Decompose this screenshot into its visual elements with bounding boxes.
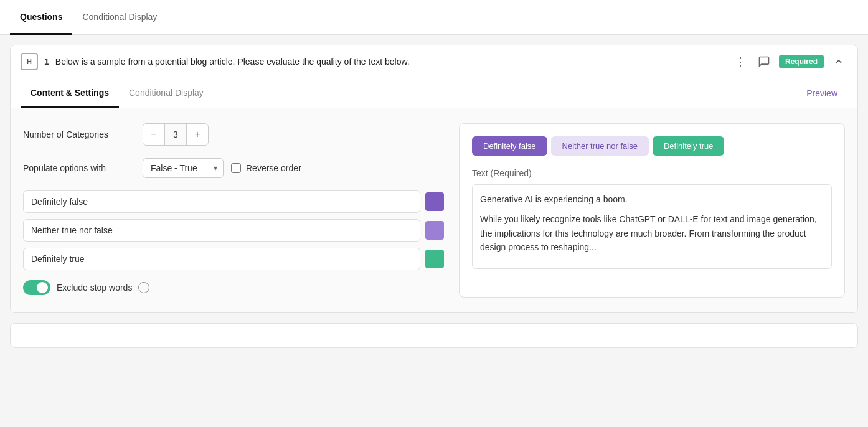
exclude-stop-words-toggle[interactable] — [23, 280, 50, 295]
categories-value: 3 — [164, 124, 187, 145]
question-number: 1 — [44, 57, 49, 67]
color-swatch-2[interactable] — [425, 221, 444, 240]
preview-link[interactable]: Preview — [796, 78, 847, 108]
reverse-order-checkbox-wrap[interactable]: Reverse order — [231, 163, 301, 173]
content-area: Number of Categories − 3 + Populate opti… — [11, 108, 857, 312]
tab-questions[interactable]: Questions — [10, 0, 72, 35]
question-text: Below is a sample from a potential blog … — [55, 57, 725, 67]
option-input-2[interactable] — [23, 219, 420, 242]
populate-options-row: Populate options with False - True True … — [23, 158, 444, 178]
populate-options-select-wrap: False - True True - False Custom ▾ — [143, 158, 224, 178]
inner-tabs-left: Content & Settings Conditional Display — [21, 78, 214, 108]
reverse-order-label: Reverse order — [246, 163, 301, 173]
color-swatch-3[interactable] — [425, 250, 444, 268]
info-icon[interactable]: i — [138, 282, 149, 293]
left-panel: Number of Categories − 3 + Populate opti… — [23, 123, 459, 298]
categories-stepper: − 3 + — [143, 123, 209, 146]
text-paragraph-1: Generative AI is experiencing a boom. — [480, 192, 824, 206]
tab-conditional-display-inner[interactable]: Conditional Display — [119, 78, 214, 108]
number-of-categories-row: Number of Categories − 3 + — [23, 123, 444, 146]
decrement-button[interactable]: − — [143, 124, 164, 145]
exclude-stop-words-row: Exclude stop words i — [23, 280, 444, 295]
question-card: H 1 Below is a sample from a potential b… — [10, 45, 858, 313]
question-type-icon: H — [21, 53, 38, 70]
number-of-categories-label: Number of Categories — [23, 129, 135, 139]
bottom-area — [10, 323, 858, 348]
category-buttons: Definitely false Neither true nor false … — [472, 136, 832, 156]
option-input-1[interactable] — [23, 190, 420, 213]
tab-conditional-display-top[interactable]: Conditional Display — [72, 0, 167, 35]
category-button-neither[interactable]: Neither true nor false — [551, 136, 649, 156]
text-paragraph-2: While you likely recognize tools like Ch… — [480, 212, 824, 254]
required-badge: Required — [779, 55, 824, 68]
option-row-3 — [23, 248, 444, 270]
question-header-actions: ⋮ Required — [732, 53, 847, 70]
option-row-1 — [23, 190, 444, 213]
comment-icon — [758, 55, 770, 68]
category-button-false[interactable]: Definitely false — [472, 136, 547, 156]
populate-options-label: Populate options with — [23, 163, 135, 173]
increment-button[interactable]: + — [187, 124, 208, 145]
top-nav: Questions Conditional Display — [0, 0, 868, 35]
more-options-button[interactable]: ⋮ — [732, 53, 749, 70]
exclude-stop-words-label: Exclude stop words — [57, 283, 132, 293]
text-content-box: Generative AI is experiencing a boom. Wh… — [472, 184, 832, 269]
collapse-icon — [834, 57, 844, 67]
right-panel: Definitely false Neither true nor false … — [459, 123, 845, 298]
option-input-3[interactable] — [23, 248, 420, 270]
toggle-slider — [23, 280, 50, 295]
text-field-label: Text (Required) — [472, 168, 832, 178]
category-button-true[interactable]: Definitely true — [653, 136, 724, 156]
question-header: H 1 Below is a sample from a potential b… — [11, 45, 857, 78]
collapse-button[interactable] — [830, 53, 847, 70]
option-row-2 — [23, 219, 444, 242]
comment-button[interactable] — [755, 53, 773, 70]
reverse-order-checkbox[interactable] — [231, 163, 241, 173]
tab-content-settings[interactable]: Content & Settings — [21, 78, 119, 108]
inner-tabs: Content & Settings Conditional Display P… — [11, 78, 857, 108]
populate-options-select[interactable]: False - True True - False Custom — [143, 158, 224, 178]
color-swatch-1[interactable] — [425, 192, 444, 211]
